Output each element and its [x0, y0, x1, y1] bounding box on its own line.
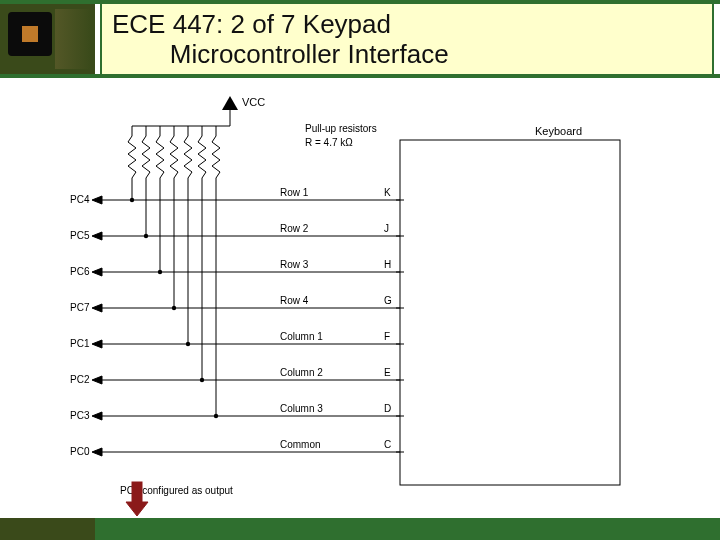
signal-label: Column 3 [280, 403, 323, 414]
slide: ECE 447: 2 of 7 Keypad Microcontroller I… [0, 0, 720, 540]
port-label: PC1 [70, 338, 90, 349]
bottom-bar [0, 518, 720, 540]
schematic-diagram: VCC Pull-up resistors R = 4.7 kΩ Keyboar… [70, 90, 655, 520]
port-label: PC6 [70, 266, 90, 277]
content-area: VCC Pull-up resistors R = 4.7 kΩ Keyboar… [0, 80, 720, 518]
pin-label: E [384, 367, 391, 378]
vcc-node: VCC [132, 96, 265, 126]
pin-label: H [384, 259, 391, 270]
svg-marker-37 [92, 340, 102, 348]
slide-title: ECE 447: 2 of 7 Keypad Microcontroller I… [112, 10, 449, 70]
port-label: PC2 [70, 374, 90, 385]
pin-label: J [384, 223, 389, 234]
chip-image [0, 4, 95, 74]
signal-label: Row 3 [280, 259, 309, 270]
keyboard-box [400, 140, 620, 485]
port-label: PC0 [70, 446, 90, 457]
svg-marker-43 [92, 412, 102, 420]
svg-marker-49 [126, 502, 148, 516]
svg-marker-28 [92, 232, 102, 240]
footer-chip-image [0, 518, 95, 540]
svg-rect-48 [132, 482, 142, 502]
svg-marker-0 [222, 96, 238, 110]
svg-marker-40 [92, 376, 102, 384]
svg-marker-46 [92, 448, 102, 456]
signal-label: Column 2 [280, 367, 323, 378]
port-label: PC4 [70, 194, 90, 205]
title-underline [0, 74, 720, 78]
port-label: PC5 [70, 230, 90, 241]
svg-marker-25 [92, 196, 102, 204]
pin-label: G [384, 295, 392, 306]
port-label: PC7 [70, 302, 90, 313]
pin-label: K [384, 187, 391, 198]
signal-label: Common [280, 439, 321, 450]
pin-label: D [384, 403, 391, 414]
svg-marker-34 [92, 304, 102, 312]
pin-label: C [384, 439, 391, 450]
pullups-label-2: R = 4.7 kΩ [305, 137, 353, 148]
svg-marker-31 [92, 268, 102, 276]
signal-label: Column 1 [280, 331, 323, 342]
title-line1: ECE 447: 2 of 7 Keypad [112, 9, 391, 39]
title-line2: Microcontroller Interface [170, 39, 449, 69]
vcc-label: VCC [242, 96, 265, 108]
signal-label: Row 1 [280, 187, 309, 198]
port-label: PC3 [70, 410, 90, 421]
signal-label: Row 2 [280, 223, 309, 234]
title-box: ECE 447: 2 of 7 Keypad Microcontroller I… [100, 4, 714, 74]
keyboard-label: Keyboard [535, 125, 582, 137]
title-bar: ECE 447: 2 of 7 Keypad Microcontroller I… [0, 4, 720, 74]
signal-label: Row 4 [280, 295, 309, 306]
pullups-label-1: Pull-up resistors [305, 123, 377, 134]
pin-label: F [384, 331, 390, 342]
signal-rows: PC4Row 1KPC5Row 2JPC6Row 3HPC7Row 4GPC1C… [70, 126, 404, 457]
